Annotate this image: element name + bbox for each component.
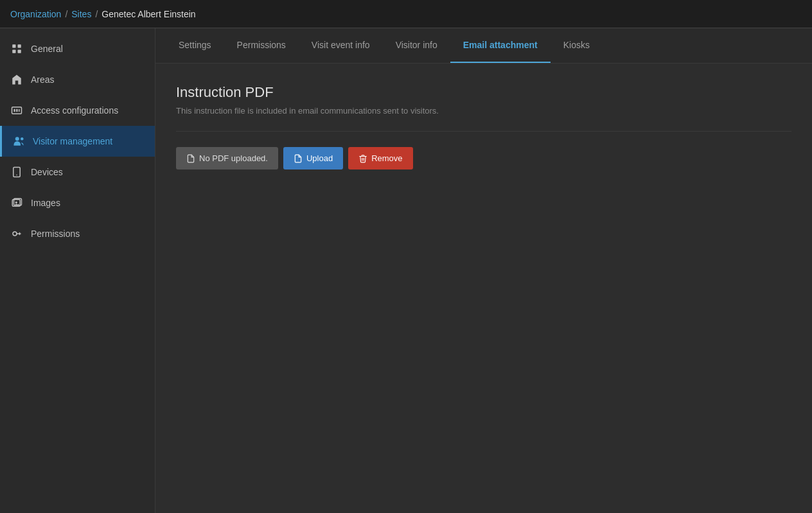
tabs-bar: Settings Permissions Visit event info Vi…	[155, 28, 812, 64]
topbar: Organization / Sites / Genetec Albert Ei…	[0, 0, 812, 28]
remove-button[interactable]: Remove	[348, 147, 412, 170]
sidebar-item-images[interactable]: Images	[0, 187, 155, 218]
svg-point-8	[15, 137, 19, 141]
section-description: This instruction file is included in ema…	[176, 106, 791, 116]
sidebar-item-general[interactable]: General	[0, 33, 155, 64]
tab-email-attachment[interactable]: Email attachment	[450, 28, 551, 63]
sidebar-item-access-configurations[interactable]: Access configurations	[0, 95, 155, 126]
breadcrumb-sep-2: /	[95, 9, 98, 19]
svg-rect-0	[12, 44, 15, 48]
sidebar-item-permissions[interactable]: Permissions	[0, 218, 155, 249]
device-icon	[10, 166, 23, 178]
tab-kiosks[interactable]: Kiosks	[551, 28, 603, 63]
breadcrumb-org[interactable]: Organization	[10, 9, 61, 19]
main-panel: Settings Permissions Visit event info Vi…	[155, 28, 812, 513]
svg-rect-6	[16, 109, 17, 112]
sidebar-label-visitor-management: Visitor management	[33, 136, 112, 146]
svg-rect-2	[12, 50, 15, 53]
svg-rect-1	[18, 44, 21, 48]
nav-icon	[10, 73, 23, 86]
svg-point-11	[16, 175, 17, 176]
breadcrumb-sep-1: /	[65, 9, 67, 19]
remove-label: Remove	[371, 153, 402, 163]
svg-rect-7	[19, 109, 20, 112]
key-icon	[10, 227, 23, 240]
svg-point-9	[21, 137, 24, 141]
sidebar-label-permissions: Permissions	[31, 229, 80, 239]
tab-settings[interactable]: Settings	[166, 28, 224, 63]
sidebar: General Areas Access configurations	[0, 28, 155, 513]
svg-point-15	[13, 232, 17, 236]
tab-permissions[interactable]: Permissions	[224, 28, 299, 63]
no-pdf-label: No PDF uploaded.	[199, 153, 268, 163]
sidebar-item-visitor-management[interactable]: Visitor management	[0, 126, 155, 157]
trash-icon	[358, 154, 367, 163]
breadcrumb: Organization / Sites / Genetec Albert Ei…	[10, 9, 196, 19]
sidebar-item-devices[interactable]: Devices	[0, 157, 155, 187]
action-row: No PDF uploaded. Upload	[176, 147, 791, 170]
content-area: Instruction PDF This instruction file is…	[155, 64, 812, 513]
sidebar-label-access-configurations: Access configurations	[31, 105, 118, 116]
divider	[176, 131, 791, 132]
svg-rect-5	[14, 109, 15, 112]
layout: General Areas Access configurations	[0, 28, 812, 513]
sidebar-label-areas: Areas	[31, 74, 55, 85]
upload-button[interactable]: Upload	[283, 147, 343, 170]
section-title: Instruction PDF	[176, 84, 791, 101]
no-pdf-button[interactable]: No PDF uploaded.	[176, 147, 278, 170]
upload-label: Upload	[306, 153, 333, 163]
tab-visit-event-info[interactable]: Visit event info	[299, 28, 383, 63]
svg-rect-3	[18, 50, 21, 53]
visitor-icon	[12, 135, 25, 148]
breadcrumb-sites[interactable]: Sites	[71, 9, 91, 19]
svg-point-14	[15, 202, 17, 204]
sidebar-label-images: Images	[31, 198, 60, 208]
upload-icon	[294, 154, 303, 163]
images-icon	[10, 196, 23, 209]
access-icon	[10, 104, 23, 117]
sidebar-item-areas[interactable]: Areas	[0, 64, 155, 95]
sidebar-label-devices: Devices	[31, 167, 63, 177]
grid-icon	[10, 42, 23, 55]
tab-visitor-info[interactable]: Visitor info	[383, 28, 450, 63]
file-icon	[186, 154, 195, 163]
sidebar-label-general: General	[31, 44, 63, 54]
breadcrumb-current: Genetec Albert Einstein	[102, 9, 195, 19]
